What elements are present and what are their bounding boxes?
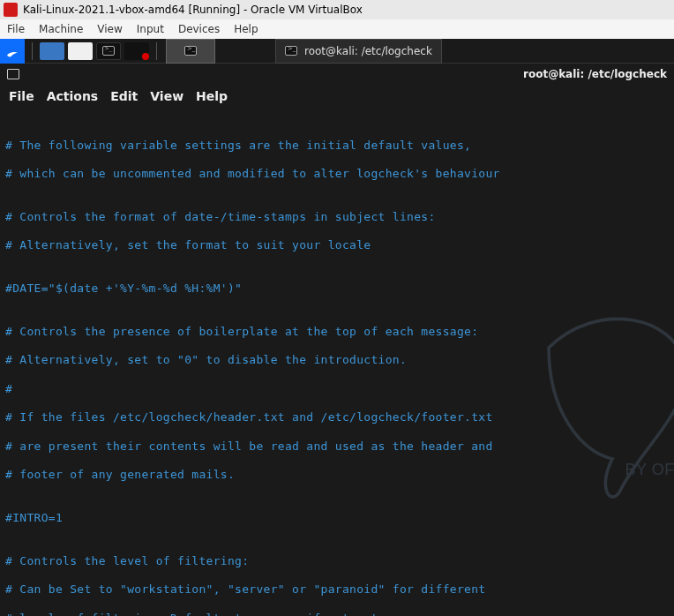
taskbar-separator	[32, 42, 33, 60]
taskbar-app-icon-2[interactable]	[68, 42, 93, 60]
comment-line: # If the files /etc/logcheck/header.txt …	[5, 410, 669, 424]
kali-taskbar: root@kali: /etc/logcheck	[0, 39, 674, 64]
comment-line: # are present their contents will be rea…	[5, 439, 669, 454]
comment-line: # footer of any generated mails.	[5, 468, 669, 482]
kali-menu-icon[interactable]	[0, 39, 25, 64]
taskbar-window-active[interactable]	[166, 39, 215, 64]
vbox-menubar: File Machine View Input Devices Help	[0, 19, 674, 39]
comment-line: #	[5, 382, 669, 396]
taskbar-separator-2	[156, 42, 157, 60]
terminal-menu-edit[interactable]: Edit	[110, 89, 138, 103]
taskbar-window-terminal[interactable]: root@kali: /etc/logcheck	[275, 39, 442, 64]
taskbar-app-icon-1[interactable]	[40, 42, 64, 60]
terminal-titlebar-icon	[7, 69, 19, 79]
vbox-menu-view[interactable]: View	[97, 23, 122, 35]
comment-line: #DATE="$(date +'%Y-%m-%d %H:%M')"	[5, 282, 669, 296]
vm-title-text: Kali-Linux-2021.1-vbox-amd64 [Running] -…	[23, 4, 363, 16]
comment-line: # Alternatively, set to "0" to disable t…	[5, 353, 669, 367]
comment-line: # Can be Set to "workstation", "server" …	[5, 582, 669, 597]
taskbar-app-icon-4[interactable]	[124, 42, 149, 60]
terminal-titlebar: root@kali: /etc/logcheck	[0, 64, 674, 85]
vbox-menu-machine[interactable]: Machine	[39, 23, 83, 35]
taskbar-window-terminal-label: root@kali: /etc/logcheck	[304, 45, 432, 57]
comment-line: # Controls the format of date-/time-stam…	[5, 210, 669, 224]
terminal-window: root@kali: /etc/logcheck File Actions Ed…	[0, 64, 674, 616]
comment-line: # Controls the presence of boilerplate a…	[5, 325, 669, 339]
terminal-menu-help[interactable]: Help	[196, 89, 228, 103]
terminal-menu-file[interactable]: File	[9, 89, 34, 103]
terminal-content[interactable]: BY OF # The following variable settings …	[0, 108, 674, 616]
comment-line: # The following variable settings are th…	[5, 139, 669, 153]
comment-line: #INTRO=1	[5, 511, 669, 525]
comment-line: # Controls the level of filtering:	[5, 554, 669, 568]
comment-line: # which can be uncommented and modified …	[5, 167, 669, 181]
terminal-menu-actions[interactable]: Actions	[47, 89, 99, 103]
vm-titlebar: Kali-Linux-2021.1-vbox-amd64 [Running] -…	[0, 0, 674, 19]
terminal-menubar: File Actions Edit View Help	[0, 85, 674, 108]
virtualbox-icon	[4, 3, 18, 17]
terminal-title-text: root@kali: /etc/logcheck	[523, 68, 667, 80]
vbox-menu-devices[interactable]: Devices	[178, 23, 220, 35]
vbox-menu-help[interactable]: Help	[234, 23, 258, 35]
vbox-menu-input[interactable]: Input	[137, 23, 164, 35]
comment-line: # levels of filtering. Defaults to serve…	[5, 612, 669, 616]
vbox-menu-file[interactable]: File	[7, 23, 25, 35]
taskbar-terminal-icon[interactable]	[96, 42, 121, 60]
comment-line: # Alternatively, set the format to suit …	[5, 238, 669, 252]
terminal-menu-view[interactable]: View	[150, 89, 183, 103]
